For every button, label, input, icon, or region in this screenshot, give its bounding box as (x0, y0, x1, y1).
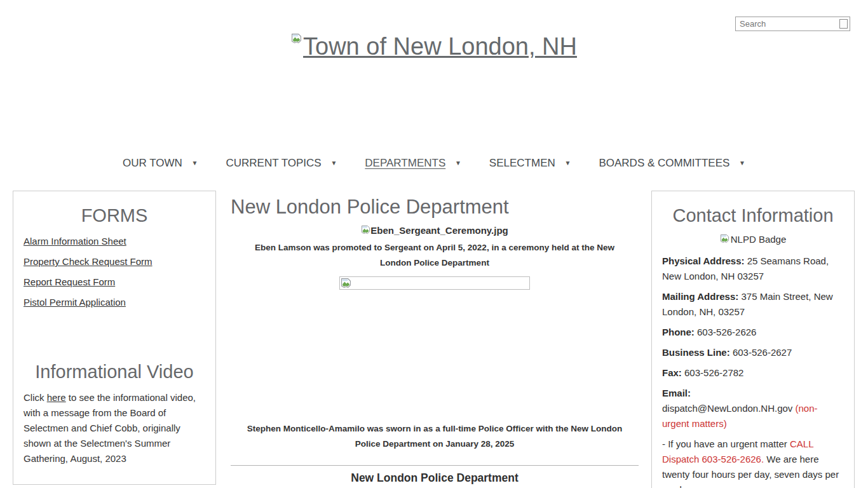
business-line: Business Line: 603-526-2627 (652, 345, 854, 360)
broken-image-icon (361, 225, 370, 234)
chevron-down-icon: ▼ (455, 159, 461, 166)
search-bar (735, 17, 850, 31)
chevron-down-icon: ▼ (192, 159, 198, 166)
nav-item-our-town[interactable]: OUR TOWN ▼ (123, 157, 198, 170)
contact-title: Contact Information (652, 205, 854, 226)
nav-item-boards-committees[interactable]: BOARDS & COMMITTEES ▼ (599, 157, 745, 170)
site-header: Town of New London, NH (0, 33, 868, 60)
video-here-link[interactable]: here (47, 392, 66, 403)
forms-title: FORMS (13, 205, 215, 226)
nav-item-departments[interactable]: DEPARTMENTS ▼ (365, 157, 461, 170)
broken-image-icon (291, 33, 302, 44)
fax-number: Fax: 603-526-2782 (652, 365, 854, 381)
informational-video-title: Informational Video (13, 362, 215, 383)
broken-image-icon (720, 234, 729, 243)
informational-video-text: Click here to see the informational vide… (13, 390, 215, 466)
chevron-down-icon: ▼ (330, 159, 337, 166)
email-address: dispatch@NewLondon.NH.gov (662, 403, 792, 414)
chevron-down-icon: ▼ (739, 159, 745, 166)
main-content: New London Police Department Eben_Sergea… (231, 196, 639, 485)
divider (231, 465, 639, 466)
link-report-request-form[interactable]: Report Request Form (24, 276, 205, 288)
image2-caption: Stephen Monticello-Amamilo was sworn in … (244, 421, 625, 452)
forms-link-list: Alarm Information Sheet Property Check R… (13, 234, 215, 308)
broken-image-filename: Eben_Sergeant_Ceremony.jpg (231, 225, 639, 236)
main-navigation: OUR TOWN ▼ CURRENT TOPICS ▼ DEPARTMENTS … (0, 157, 868, 170)
image1-caption: Eben Lamson was promoted to Sergeant on … (244, 240, 625, 271)
chevron-down-icon: ▼ (565, 159, 571, 166)
link-pistol-permit-application[interactable]: Pistol Permit Application (24, 296, 205, 308)
search-input[interactable] (736, 19, 839, 29)
email-info: Email: dispatch@NewLondon.NH.gov (non-ur… (652, 386, 854, 431)
link-property-check-request-form[interactable]: Property Check Request Form (24, 255, 205, 268)
broken-image-placeholder (339, 276, 530, 290)
badge-broken-image: NLPD Badge (652, 234, 854, 245)
nav-item-current-topics[interactable]: CURRENT TOPICS ▼ (226, 157, 337, 170)
image-spacer (231, 290, 639, 417)
search-submit-button[interactable] (839, 19, 848, 29)
site-logo-link[interactable]: Town of New London, NH (291, 33, 577, 60)
site-title: Town of New London, NH (303, 33, 577, 60)
forms-sidebar: FORMS Alarm Information Sheet Property C… (13, 191, 216, 485)
urgent-dispatch-note: - If you have an urgent matter CALL Disp… (652, 437, 854, 488)
physical-address: Physical Address: 25 Seamans Road, New L… (652, 254, 854, 284)
phone-number: Phone: 603-526-2626 (652, 325, 854, 340)
contact-sidebar: Contact Information NLPD Badge Physical … (651, 191, 855, 488)
page-title: New London Police Department (231, 196, 639, 219)
nav-item-selectmen[interactable]: SELECTMEN ▼ (489, 157, 571, 170)
mailing-address: Mailing Address: 375 Main Street, New Lo… (652, 289, 854, 320)
broken-image-icon (341, 278, 351, 288)
link-alarm-information-sheet[interactable]: Alarm Information Sheet (24, 235, 205, 247)
section-heading: New London Police Department (231, 471, 639, 485)
